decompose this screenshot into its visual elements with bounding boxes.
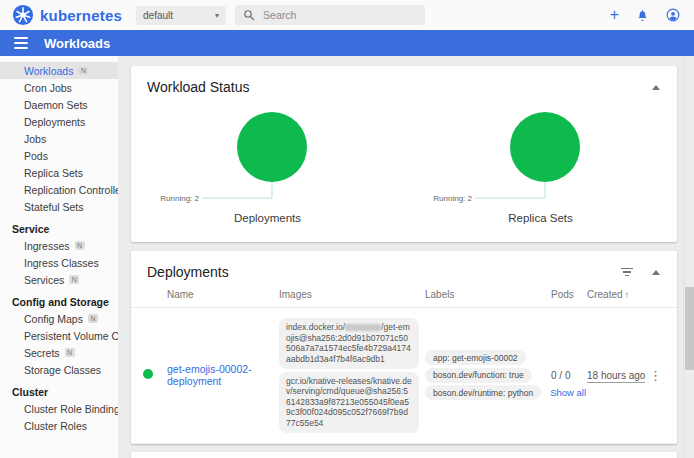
chart-title: Deployments bbox=[234, 212, 301, 224]
create-button[interactable]: + bbox=[610, 7, 619, 23]
sidebar-item-label: Persistent Volume Claims bbox=[24, 330, 118, 342]
sidebar-item-label: Pods bbox=[24, 150, 48, 162]
collapse-icon[interactable] bbox=[651, 83, 661, 91]
sidebar-section-config-and-storage: Config and Storage bbox=[0, 293, 118, 310]
sidebar-item-persistent-volume-claims[interactable]: Persistent Volume ClaimsN bbox=[0, 327, 118, 344]
name-cell: get-emojis-00002-deployment bbox=[167, 363, 279, 387]
column-header-name[interactable]: Name bbox=[167, 289, 279, 300]
sidebar-item-replication-controllers[interactable]: Replication Controllers bbox=[0, 181, 118, 198]
table-row: get-emojis-00002-deploymentindex.docker.… bbox=[131, 308, 677, 444]
status-cell bbox=[143, 369, 167, 381]
account-button[interactable] bbox=[666, 8, 680, 22]
sidebar-item-label: Ingress Classes bbox=[24, 257, 99, 269]
deployment-link[interactable]: get-emojis-00002-deployment bbox=[167, 363, 252, 387]
sidebar-item-cluster-roles[interactable]: Cluster Roles bbox=[0, 417, 118, 434]
account-icon bbox=[666, 8, 680, 22]
sidebar-item-config-maps[interactable]: Config MapsN bbox=[0, 310, 118, 327]
topbar: kubernetes default ▾ + bbox=[0, 0, 694, 30]
pie-chart: Running: 2 bbox=[148, 99, 388, 211]
namespaced-badge: N bbox=[69, 275, 79, 284]
page-title: Workloads bbox=[44, 36, 110, 51]
brand[interactable]: kubernetes bbox=[12, 4, 122, 26]
body: WorkloadsNCron JobsDaemon SetsDeployment… bbox=[0, 56, 694, 458]
workload-chart-deployments: Running: 2Deployments bbox=[131, 99, 404, 224]
notifications-button[interactable] bbox=[636, 9, 649, 22]
pie-annotation: Running: 2 bbox=[160, 194, 199, 203]
workload-status-card: Workload Status Running: 2DeploymentsRun… bbox=[131, 66, 677, 242]
sidebar-item-label: Config Maps bbox=[24, 313, 83, 325]
sidebar-item-storage-classes[interactable]: Storage Classes bbox=[0, 361, 118, 378]
search-icon bbox=[243, 9, 255, 21]
workload-status-header: Workload Status bbox=[131, 66, 677, 97]
brand-name: kubernetes bbox=[40, 7, 122, 24]
namespaced-badge: N bbox=[65, 348, 75, 357]
appbar: Workloads bbox=[0, 30, 694, 56]
sidebar-item-deployments[interactable]: Deployments bbox=[0, 113, 118, 130]
deployments-card: Deployments NameImagesLabelsPodsCreated↑… bbox=[131, 251, 677, 444]
label-row: boson.dev/runtime: pythonShow all bbox=[425, 385, 551, 400]
namespaced-badge: N bbox=[75, 241, 85, 250]
search-box[interactable] bbox=[235, 5, 425, 25]
sidebar-item-services[interactable]: ServicesN bbox=[0, 271, 118, 288]
table-body: get-emojis-00002-deploymentindex.docker.… bbox=[131, 308, 677, 444]
column-header-created[interactable]: Created↑ bbox=[587, 289, 649, 300]
sidebar-nav: WorkloadsNCron JobsDaemon SetsDeployment… bbox=[0, 56, 118, 458]
sidebar-item-ingress-classes[interactable]: Ingress Classes bbox=[0, 254, 118, 271]
menu-icon[interactable] bbox=[14, 37, 28, 49]
namespace-selector[interactable]: default ▾ bbox=[136, 6, 226, 25]
redacted-text bbox=[345, 324, 381, 331]
main-content: Workload Status Running: 2DeploymentsRun… bbox=[118, 56, 694, 458]
chart-title: Replica Sets bbox=[508, 212, 573, 224]
workload-chart-replica-sets: Running: 2Replica Sets bbox=[404, 99, 677, 224]
scrollbar[interactable] bbox=[683, 56, 694, 458]
sidebar-item-label: Workloads bbox=[24, 65, 73, 77]
sidebar-item-label: Stateful Sets bbox=[24, 201, 84, 213]
sidebar-section-cluster: Cluster bbox=[0, 383, 118, 400]
label-chip: boson.dev/function: true bbox=[425, 368, 532, 383]
sidebar-item-label: Ingresses bbox=[24, 240, 70, 252]
sidebar-item-jobs[interactable]: Jobs bbox=[0, 130, 118, 147]
menu-cell: ⋮ bbox=[649, 369, 665, 382]
charts-row: Running: 2DeploymentsRunning: 2Replica S… bbox=[131, 99, 677, 224]
workload-status-title: Workload Status bbox=[147, 79, 249, 95]
sidebar-item-secrets[interactable]: SecretsN bbox=[0, 344, 118, 361]
kubernetes-logo-icon bbox=[12, 4, 34, 26]
scrollbar-thumb[interactable] bbox=[685, 287, 694, 370]
collapse-icon[interactable] bbox=[651, 268, 661, 276]
labels-cell: app: get-emojis-00002boson.dev/function:… bbox=[425, 348, 551, 403]
label-row: boson.dev/function: true bbox=[425, 368, 551, 383]
sidebar-item-label: Jobs bbox=[24, 133, 46, 145]
callout-line bbox=[475, 182, 545, 198]
plus-icon: + bbox=[610, 7, 619, 23]
column-header-labels[interactable]: Labels bbox=[425, 289, 551, 300]
sidebar-item-pods[interactable]: Pods bbox=[0, 147, 118, 164]
sidebar-item-replica-sets[interactable]: Replica Sets bbox=[0, 164, 118, 181]
show-all-link[interactable]: Show all bbox=[550, 387, 586, 398]
kebab-menu-icon[interactable]: ⋮ bbox=[649, 369, 662, 382]
sidebar-item-stateful-sets[interactable]: Stateful Sets bbox=[0, 198, 118, 215]
deployments-actions bbox=[621, 268, 661, 277]
chevron-down-icon: ▾ bbox=[215, 11, 219, 20]
column-header-pods[interactable]: Pods bbox=[551, 289, 587, 300]
search-input[interactable] bbox=[263, 9, 403, 21]
sidebar-section-service: Service bbox=[0, 220, 118, 237]
sidebar-item-ingresses[interactable]: IngressesN bbox=[0, 237, 118, 254]
sidebar-item-label: Cluster Role Bindings bbox=[24, 403, 118, 415]
sidebar-item-cron-jobs[interactable]: Cron Jobs bbox=[0, 79, 118, 96]
sidebar-item-label: Replication Controllers bbox=[24, 184, 118, 196]
filter-icon[interactable] bbox=[621, 268, 633, 277]
column-header-images[interactable]: Images bbox=[279, 289, 425, 300]
image-chip: gcr.io/knative-releases/knative.dev/serv… bbox=[279, 372, 419, 433]
created-value: 18 hours ago bbox=[587, 370, 645, 383]
sidebar-item-label: Storage Classes bbox=[24, 364, 101, 376]
bell-icon bbox=[636, 9, 649, 22]
sidebar-item-cluster-role-bindings[interactable]: Cluster Role Bindings bbox=[0, 400, 118, 417]
status-running-icon bbox=[143, 369, 153, 379]
deployments-header: Deployments bbox=[131, 251, 677, 282]
sidebar-item-workloads[interactable]: WorkloadsN bbox=[0, 62, 118, 79]
namespaced-badge: N bbox=[88, 314, 98, 323]
image-chip: index.docker.io//get-emojis@sha256:2d0d9… bbox=[279, 318, 419, 369]
namespace-value: default bbox=[143, 10, 173, 21]
workload-status-actions bbox=[651, 83, 661, 91]
sidebar-item-daemon-sets[interactable]: Daemon Sets bbox=[0, 96, 118, 113]
